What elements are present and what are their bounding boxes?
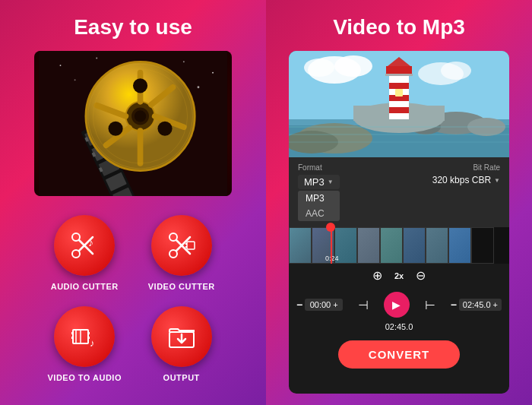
bitrate-dropdown[interactable]: 320 kbps CBR ▼	[432, 175, 500, 185]
bitrate-chevron-icon: ▼	[494, 177, 500, 184]
video-cutter-item: VIDEO CUTTER	[144, 215, 218, 291]
svg-point-31	[157, 122, 172, 136]
end-minus-button[interactable]: −	[451, 299, 457, 311]
video-preview	[289, 51, 509, 157]
svg-point-1	[60, 65, 62, 66]
bitrate-value: 320 kbps CBR	[432, 175, 491, 185]
zoom-in-button[interactable]: ⊕	[369, 268, 385, 283]
format-chevron-icon: ▼	[328, 179, 334, 185]
zoom-out-button[interactable]: ⊖	[413, 268, 429, 283]
format-options-list: MP3 AAC	[298, 191, 340, 221]
svg-rect-78	[395, 89, 403, 97]
format-value: MP3	[304, 176, 325, 188]
strip-frame-1	[289, 227, 312, 264]
start-time-display[interactable]: 00:00 +	[305, 299, 343, 311]
play-button[interactable]: ▶	[384, 292, 410, 318]
svg-point-61	[334, 55, 372, 77]
format-bar: Format MP3 ▼ MP3 AAC Bit Rate 320 kbps C…	[289, 157, 509, 227]
features-grid: ♪ AUDIO CUTTER VIDEO CUTT	[48, 215, 219, 382]
svg-point-32	[109, 122, 123, 136]
output-label: OUTPUT	[163, 373, 200, 382]
svg-point-4	[183, 61, 185, 62]
svg-text:♪: ♪	[90, 337, 95, 349]
svg-text:♪: ♪	[88, 236, 93, 248]
phone-screen: Format MP3 ▼ MP3 AAC Bit Rate 320 kbps C…	[289, 51, 509, 394]
left-panel: Easy to use	[0, 0, 266, 405]
svg-point-62	[304, 59, 334, 77]
svg-rect-50	[71, 332, 74, 334]
svg-rect-46	[187, 242, 195, 249]
svg-rect-52	[87, 332, 90, 334]
svg-rect-51	[71, 337, 74, 339]
start-time-value: 00:00 +	[310, 300, 338, 309]
right-title: Video to Mp3	[333, 15, 465, 40]
start-minus-button[interactable]: −	[296, 299, 302, 311]
output-button[interactable]	[151, 306, 212, 367]
format-dropdown[interactable]: MP3 ▼	[298, 175, 340, 189]
strip-frame-8	[448, 227, 471, 264]
video-to-audio-item: ♪ VIDEO TO AUDIO	[48, 306, 122, 382]
svg-point-30	[133, 78, 147, 93]
svg-rect-73	[389, 83, 409, 89]
end-time-display[interactable]: 02:45.0 +	[459, 299, 502, 311]
audio-cutter-label: AUDIO CUTTER	[51, 282, 119, 291]
film-reel-illustration	[34, 51, 232, 196]
output-item: OUTPUT	[144, 306, 218, 382]
cut-right-button[interactable]: ⊢	[420, 294, 441, 315]
audio-cutter-item: ♪ AUDIO CUTTER	[48, 215, 122, 291]
playback-controls: − 00:00 + ⊣ ▶ ⊢ − 02:45.0 +	[289, 287, 509, 322]
format-option-aac[interactable]: AAC	[298, 206, 340, 221]
playhead-dot	[326, 223, 335, 232]
video-cutter-label: VIDEO CUTTER	[148, 282, 215, 291]
svg-point-5	[212, 72, 214, 74]
timeline-section: 0:24	[289, 227, 509, 264]
zoom-controls: ⊕ 2x ⊖	[289, 264, 509, 287]
svg-rect-75	[389, 107, 409, 113]
svg-rect-47	[185, 243, 187, 245]
end-time-value: 02:45.0 +	[463, 300, 498, 309]
strip-frame-9	[471, 227, 494, 264]
cut-left-button[interactable]: ⊣	[353, 294, 374, 315]
end-time-group: − 02:45.0 +	[451, 299, 502, 311]
video-to-audio-label: VIDEO TO AUDIO	[48, 373, 122, 382]
format-label: Format	[298, 163, 340, 172]
start-time-group: − 00:00 +	[296, 299, 343, 311]
timeline-playhead[interactable]	[331, 227, 332, 264]
left-title: Easy to use	[74, 15, 192, 40]
svg-point-7	[198, 86, 200, 88]
svg-point-36	[135, 110, 146, 122]
convert-button[interactable]: CONVERT	[338, 340, 460, 369]
svg-point-6	[74, 79, 76, 81]
film-strip[interactable]	[289, 227, 509, 264]
svg-point-2	[96, 58, 97, 59]
format-option-mp3[interactable]: MP3	[298, 191, 340, 206]
bitrate-label: Bit Rate	[473, 163, 500, 172]
format-section: Format MP3 ▼ MP3 AAC	[298, 163, 340, 221]
strip-frame-4	[357, 227, 380, 264]
total-time-display: 02:45.0	[289, 322, 509, 334]
convert-section: CONVERT	[289, 334, 509, 378]
bitrate-section: Bit Rate 320 kbps CBR ▼	[432, 163, 500, 185]
svg-point-64	[441, 62, 471, 80]
video-cutter-button[interactable]	[151, 215, 212, 276]
strip-frame-7	[426, 227, 448, 264]
total-time-value: 02:45.0	[385, 322, 413, 331]
zoom-level: 2x	[394, 271, 404, 280]
audio-cutter-button[interactable]: ♪	[54, 215, 115, 276]
right-panel: Video to Mp3	[266, 0, 532, 405]
video-to-audio-button[interactable]: ♪	[54, 306, 115, 367]
svg-rect-48	[185, 246, 187, 248]
strip-frame-5	[380, 227, 403, 264]
strip-frame-6	[403, 227, 426, 264]
svg-rect-79	[385, 74, 413, 76]
